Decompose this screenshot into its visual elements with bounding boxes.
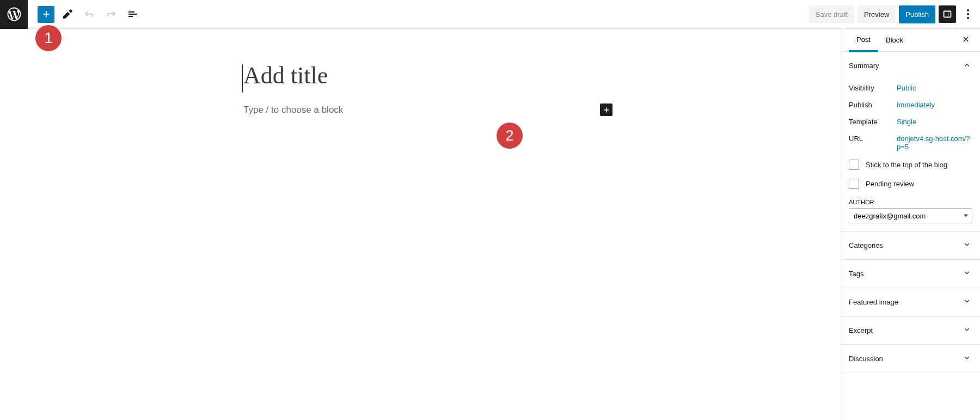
settings-toggle-button[interactable] [939,5,956,23]
close-sidebar-button[interactable] [959,34,972,47]
pending-label: Pending review [866,180,914,188]
plus-icon [602,105,611,115]
template-label: Template [849,118,897,126]
chevron-down-icon [961,296,972,307]
visibility-label: Visibility [849,84,897,92]
author-label: AUTHOR [849,193,972,208]
panel-discussion: Discussion [841,345,980,373]
toolbar-right-group: Save draft Preview Publish [809,5,980,23]
panel-tags: Tags [841,260,980,288]
url-label: URL [849,135,897,151]
panel-summary: Summary Visibility Public Publish Immedi… [841,52,980,232]
panel-featured-image-title: Featured image [849,298,898,306]
editor-inner: Type / to choose a block [243,62,597,115]
top-toolbar: Save draft Preview Publish [0,0,980,29]
undo-button[interactable] [81,5,98,23]
template-value[interactable]: Single [897,118,972,126]
settings-sidebar: Post Block Summary Visibility Public Pub… [841,29,980,420]
plus-icon [40,8,52,20]
more-options-button[interactable] [959,5,977,23]
wp-logo[interactable] [0,0,28,29]
row-url: URL donjetv4.sg-host.com/?p=5 [849,130,972,155]
more-vertical-icon [961,8,975,21]
row-sticky: Stick to the top of the blog [849,155,972,174]
title-caret [243,62,597,89]
toolbar-left-group [28,5,142,23]
pencil-icon [61,8,74,21]
chevron-up-icon [961,59,972,70]
sidebar-icon [941,8,953,20]
row-publish: Publish Immediately [849,96,972,113]
panel-summary-header[interactable]: Summary [841,52,980,80]
undo-icon [83,8,96,21]
panel-tags-title: Tags [849,270,863,278]
panel-featured-image: Featured image [841,288,980,316]
panel-categories-header[interactable]: Categories [841,232,980,259]
main-area: Type / to choose a block Post Block Summ… [0,29,980,420]
sticky-label: Stick to the top of the blog [866,161,947,169]
panel-summary-title: Summary [849,62,879,70]
outline-button[interactable] [124,5,142,23]
chevron-down-icon [961,239,972,250]
panel-summary-body: Visibility Public Publish Immediately Te… [841,80,980,231]
panel-categories-title: Categories [849,241,883,249]
post-title-input[interactable] [243,62,597,89]
tab-post[interactable]: Post [849,29,878,52]
inline-add-block-button[interactable] [600,104,612,116]
row-template: Template Single [849,113,972,130]
publish-button[interactable]: Publish [899,5,935,23]
visibility-value[interactable]: Public [897,84,972,92]
panel-discussion-header[interactable]: Discussion [841,345,980,373]
redo-button[interactable] [102,5,120,23]
outline-icon [126,8,139,21]
panel-tags-header[interactable]: Tags [841,260,980,288]
save-draft-button[interactable]: Save draft [809,5,854,23]
pending-checkbox[interactable] [849,179,859,189]
panel-excerpt: Excerpt [841,316,980,345]
row-pending: Pending review [849,174,972,193]
sticky-checkbox[interactable] [849,160,859,170]
preview-button[interactable]: Preview [857,5,896,23]
edit-mode-button[interactable] [59,5,76,23]
redo-icon [105,8,118,21]
add-block-button[interactable] [38,6,54,23]
publish-value[interactable]: Immediately [897,101,972,109]
chevron-down-icon [961,267,972,278]
chevron-down-icon [961,324,972,335]
wordpress-icon [6,6,22,22]
block-placeholder-text: Type / to choose a block [243,105,343,115]
row-visibility: Visibility Public [849,80,972,96]
tab-block[interactable]: Block [878,29,911,51]
panel-featured-image-header[interactable]: Featured image [841,288,980,316]
block-placeholder[interactable]: Type / to choose a block [243,105,597,115]
close-icon [961,35,970,44]
panel-discussion-title: Discussion [849,355,883,363]
panel-excerpt-header[interactable]: Excerpt [841,316,980,344]
url-value[interactable]: donjetv4.sg-host.com/?p=5 [897,135,972,151]
panel-categories: Categories [841,232,980,260]
sidebar-tabs: Post Block [841,29,980,52]
panel-excerpt-title: Excerpt [849,326,873,334]
editor-canvas: Type / to choose a block [0,29,841,420]
publish-label: Publish [849,101,897,109]
chevron-down-icon [961,352,972,363]
author-select[interactable]: deezgrafix@gmail.com [849,208,972,223]
